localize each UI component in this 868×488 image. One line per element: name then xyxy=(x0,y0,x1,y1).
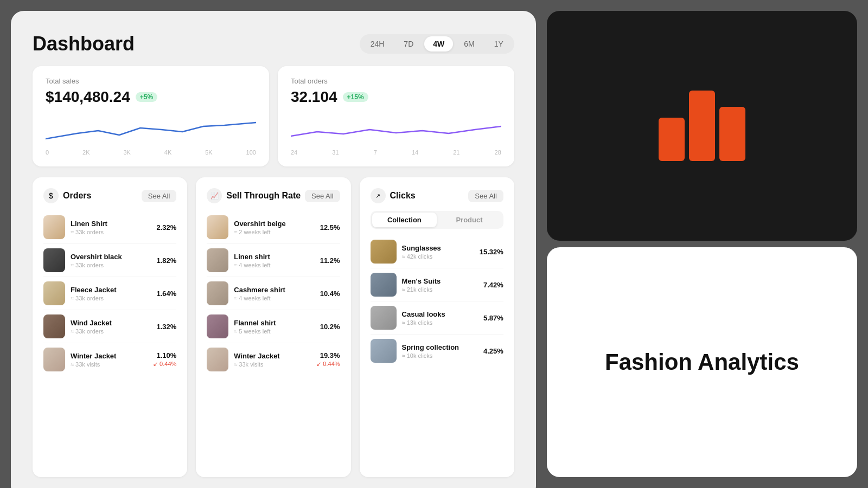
item-thumbnail xyxy=(207,215,228,239)
logo-bar-2 xyxy=(689,91,715,161)
item-thumbnail xyxy=(371,339,397,363)
time-filter-7d[interactable]: 7D xyxy=(395,36,422,52)
brand-panel: Fashion Analytics xyxy=(547,247,857,477)
list-item: Sunglasses ≈ 42k clicks 15.32% xyxy=(371,235,503,268)
item-thumbnail xyxy=(43,215,65,239)
total-orders-value-row: 32.104 +15% xyxy=(291,88,501,106)
clicks-header: ↗ Clicks See All xyxy=(371,188,503,203)
logo-bars xyxy=(659,91,745,161)
item-thumbnail xyxy=(371,240,397,264)
logo-bar-3 xyxy=(719,107,745,161)
header: Dashboard 24H 7D 4W 6M 1Y xyxy=(33,33,514,55)
chart-label-4k: 4K xyxy=(164,149,171,156)
item-thumbnail xyxy=(43,314,65,338)
chart-label-100: 100 xyxy=(246,149,256,156)
item-sub-negative: ↙ 0.44% xyxy=(316,361,340,368)
item-info: Overshirt beige ≈ 2 weeks left xyxy=(234,220,314,235)
list-item: Cashmere shirt ≈ 4 weeks left 10.4% xyxy=(207,277,340,310)
item-thumbnail xyxy=(43,348,65,371)
total-sales-value: $140,480.24 xyxy=(46,88,130,106)
time-filter-4w[interactable]: 4W xyxy=(424,36,453,52)
time-filter-24h[interactable]: 24H xyxy=(362,36,393,52)
chart-label-0: 0 xyxy=(46,149,49,156)
sell-through-card: 📈 Sell Through Rate See All Overshirt be… xyxy=(196,177,350,477)
item-thumbnail xyxy=(371,306,397,330)
top-cards: Total sales $140,480.24 +5% 0 2K 3K 4K 5… xyxy=(33,66,514,166)
item-thumbnail xyxy=(43,281,65,305)
clicks-tab-collection[interactable]: Collection xyxy=(372,213,437,227)
page-title: Dashboard xyxy=(33,33,135,55)
item-thumbnail xyxy=(43,248,65,272)
item-info: Winter Jacket ≈ 33k visits xyxy=(71,352,148,368)
clicks-see-all[interactable]: See All xyxy=(468,190,503,202)
item-info: Sunglasses ≈ 42k clicks xyxy=(402,244,474,260)
item-info: Winter Jacket ≈ 33k visits xyxy=(234,352,311,368)
chart-label-3k: 3K xyxy=(123,149,130,156)
left-panel: Dashboard 24H 7D 4W 6M 1Y Total sales $1… xyxy=(11,11,536,488)
orders-title: Orders xyxy=(63,191,91,201)
list-item: Overshirt black ≈ 33k orders 1.82% xyxy=(43,244,176,277)
item-info: Cashmere shirt ≈ 4 weeks left xyxy=(234,286,314,301)
total-orders-chart-labels: 24 31 7 14 21 28 xyxy=(291,149,501,156)
sell-through-title: Sell Through Rate xyxy=(226,191,301,201)
chart-label-5k: 5K xyxy=(205,149,212,156)
orders-icon: $ xyxy=(43,188,59,203)
sell-through-title-row: 📈 Sell Through Rate xyxy=(207,188,301,203)
clicks-title-row: ↗ Clicks xyxy=(371,188,416,203)
right-panel: Fashion Analytics xyxy=(547,11,857,477)
item-info: Wind Jacket ≈ 33k orders xyxy=(71,319,151,335)
item-info: Casual looks ≈ 13k clicks xyxy=(402,310,478,326)
item-info: Flannel shirt ≈ 5 weeks left xyxy=(234,319,314,335)
item-thumbnail xyxy=(371,273,397,297)
list-item: Wind Jacket ≈ 33k orders 1.32% xyxy=(43,310,176,343)
total-sales-chart xyxy=(46,114,256,147)
clicks-title: Clicks xyxy=(390,191,416,201)
time-filter-1y[interactable]: 1Y xyxy=(486,36,512,52)
item-sub-negative: ↙ 0.44% xyxy=(153,361,176,368)
list-item: Men's Suits ≈ 21k clicks 7.42% xyxy=(371,268,503,301)
list-item: Overshirt beige ≈ 2 weeks left 12.5% xyxy=(207,211,340,244)
bottom-cards: $ Orders See All Linen Shirt ≈ 33k order… xyxy=(33,177,514,477)
item-info: Overshirt black ≈ 33k orders xyxy=(71,253,151,268)
sell-through-see-all[interactable]: See All xyxy=(305,190,340,202)
clicks-card: ↗ Clicks See All Collection Product Sung… xyxy=(360,177,514,477)
item-info: Linen Shirt ≈ 33k orders xyxy=(71,220,151,235)
time-filter-6m[interactable]: 6M xyxy=(455,36,483,52)
item-thumbnail xyxy=(207,348,228,371)
list-item: Linen shirt ≈ 4 weeks left 11.2% xyxy=(207,244,340,277)
item-thumbnail xyxy=(207,248,228,272)
item-info: Fleece Jacket ≈ 33k orders xyxy=(71,286,151,301)
sell-through-header: 📈 Sell Through Rate See All xyxy=(207,188,340,203)
sell-through-icon: 📈 xyxy=(207,188,222,203)
clicks-tab-product[interactable]: Product xyxy=(437,213,502,227)
time-filter-group: 24H 7D 4W 6M 1Y xyxy=(360,34,514,54)
list-item: Fleece Jacket ≈ 33k orders 1.64% xyxy=(43,277,176,310)
total-sales-value-row: $140,480.24 +5% xyxy=(46,88,256,106)
list-item: Flannel shirt ≈ 5 weeks left 10.2% xyxy=(207,310,340,343)
list-item: Spring collection ≈ 10k clicks 4.25% xyxy=(371,335,503,367)
total-sales-chart-labels: 0 2K 3K 4K 5K 100 xyxy=(46,149,256,156)
orders-title-row: $ Orders xyxy=(43,188,91,203)
list-item: Winter Jacket ≈ 33k visits 19.3% ↙ 0.44% xyxy=(207,343,340,376)
orders-see-all[interactable]: See All xyxy=(142,190,176,202)
logo-panel xyxy=(547,11,857,241)
orders-card: $ Orders See All Linen Shirt ≈ 33k order… xyxy=(33,177,187,477)
total-orders-chart xyxy=(291,114,501,147)
chart-label-2k: 2K xyxy=(82,149,90,156)
orders-card-header: $ Orders See All xyxy=(43,188,176,203)
clicks-tab-group: Collection Product xyxy=(371,211,503,229)
total-sales-card: Total sales $140,480.24 +5% 0 2K 3K 4K 5… xyxy=(33,66,269,166)
total-orders-label: Total orders xyxy=(291,77,501,85)
list-item: Casual looks ≈ 13k clicks 5.87% xyxy=(371,301,503,335)
list-item: Winter Jacket ≈ 33k visits 1.10% ↙ 0.44% xyxy=(43,343,176,376)
brand-name: Fashion Analytics xyxy=(605,350,799,375)
item-info: Men's Suits ≈ 21k clicks xyxy=(402,277,478,293)
item-thumbnail xyxy=(207,281,228,305)
logo-bar-1 xyxy=(659,118,685,161)
total-orders-value: 32.104 xyxy=(291,88,337,106)
total-orders-badge: +15% xyxy=(343,92,368,102)
item-info: Spring collection ≈ 10k clicks xyxy=(402,343,478,359)
item-thumbnail xyxy=(207,314,228,338)
total-sales-badge: +5% xyxy=(136,92,157,102)
total-orders-card: Total orders 32.104 +15% 24 31 7 14 21 2… xyxy=(278,66,514,166)
